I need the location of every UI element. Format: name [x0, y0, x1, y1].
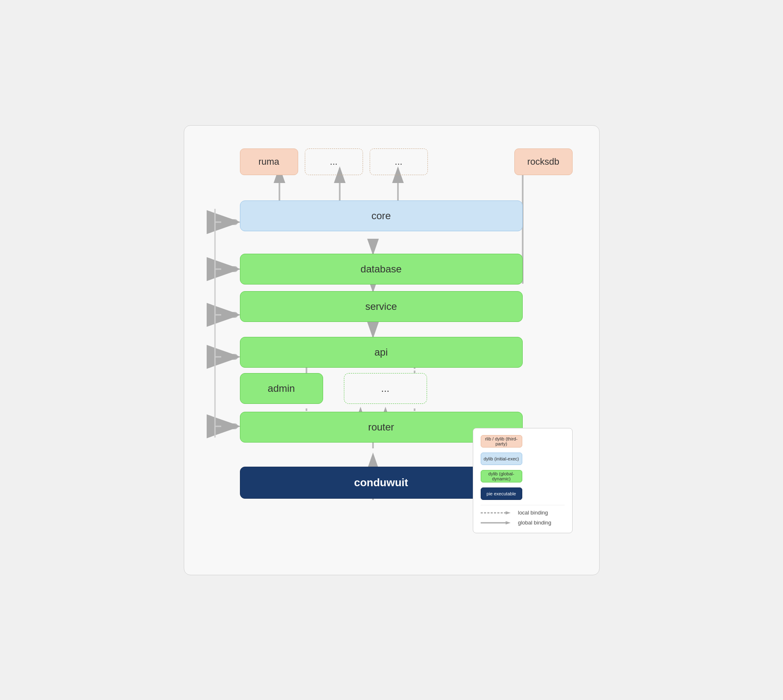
top-row: ruma ... ... [240, 148, 428, 175]
api-label: api [374, 346, 388, 358]
svg-marker-32 [506, 511, 511, 514]
admin-label: admin [268, 383, 295, 394]
ellipsis1-label: ... [330, 156, 337, 167]
rocksdb-label: rocksdb [527, 156, 559, 167]
ruma-box: ruma [240, 148, 298, 175]
ellipsis1-box: ... [305, 148, 363, 175]
admin-block: admin [240, 373, 323, 404]
ruma-label: ruma [258, 156, 279, 167]
legend-label-pie: pie executable [487, 491, 516, 496]
global-binding-arrow-icon [481, 519, 514, 526]
router-label: router [368, 421, 394, 433]
ellipsis3-label: ... [381, 383, 389, 394]
core-block: core [240, 200, 523, 231]
legend-label-rlib: rlib / dylib (third-party) [481, 436, 522, 446]
svg-marker-34 [506, 521, 511, 524]
legend-label-dylib-global: dylib (global-dynamic) [481, 471, 522, 481]
legend-item-dylib-global: dylib (global-dynamic) [481, 470, 565, 482]
rocksdb-box: rocksdb [514, 148, 573, 175]
legend-box-darkblue: pie executable [481, 487, 522, 500]
legend-item-dylib-initial: dylib (initial-exec) [481, 453, 565, 465]
api-block: api [240, 337, 523, 368]
database-label: database [361, 263, 402, 275]
database-block: database [240, 254, 523, 284]
legend-local-binding: local binding [481, 510, 565, 516]
service-label: service [365, 301, 397, 312]
legend-box-salmon: rlib / dylib (third-party) [481, 435, 522, 448]
legend-box-lightblue: dylib (initial-exec) [481, 453, 522, 465]
ellipsis3-block: ... [344, 373, 427, 404]
core-label: core [371, 210, 391, 221]
ellipsis2-box: ... [370, 148, 428, 175]
legend-item-pie: pie executable [481, 487, 565, 500]
legend: rlib / dylib (third-party) dylib (initia… [473, 428, 573, 533]
local-binding-label: local binding [518, 510, 548, 516]
ellipsis2-label: ... [395, 156, 402, 167]
conduwuit-label: conduwuit [354, 476, 408, 489]
local-binding-arrow-icon [481, 510, 514, 516]
legend-item-rlib: rlib / dylib (third-party) [481, 435, 565, 448]
legend-label-dylib-initial: dylib (initial-exec) [484, 456, 519, 461]
service-block: service [240, 291, 523, 322]
legend-global-binding: global binding [481, 519, 565, 526]
global-binding-label: global binding [518, 519, 551, 526]
legend-box-green: dylib (global-dynamic) [481, 470, 522, 482]
